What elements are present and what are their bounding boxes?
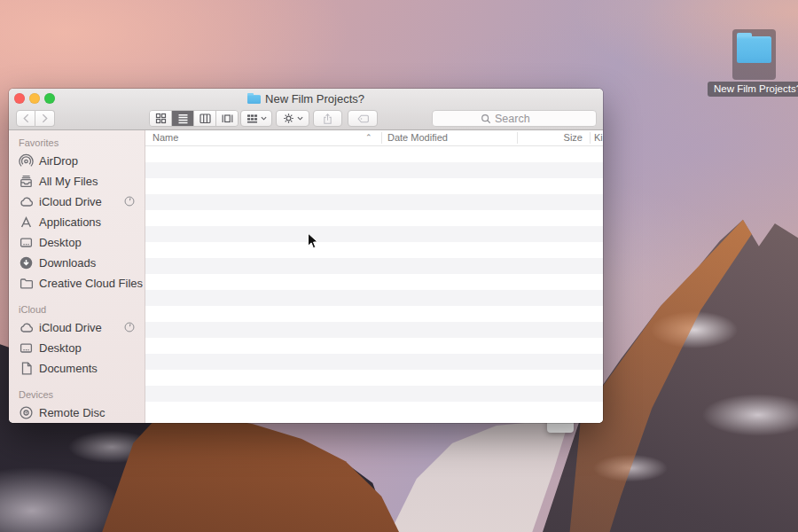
list-row — [145, 290, 603, 306]
list-row — [145, 322, 603, 338]
documents-icon — [19, 361, 34, 376]
sidebar-item-all-my-files[interactable]: All My Files — [9, 171, 145, 192]
search-icon — [481, 113, 491, 124]
sidebar-item-icloud-drive[interactable]: iCloud Drive — [9, 192, 145, 212]
view-list-button[interactable] — [172, 111, 194, 126]
view-mode-segmented-control — [149, 110, 239, 127]
sidebar-section-favorites: FavoritesAirDropAll My FilesiCloud Drive… — [9, 133, 145, 293]
sidebar-item-label: Desktop — [39, 341, 82, 355]
list-row — [145, 226, 603, 242]
sidebar-section-title: iCloud — [9, 293, 145, 317]
sidebar-item-label: Documents — [39, 362, 98, 375]
sidebar-section-icloud: iCloudiCloud DriveDesktopDocuments — [9, 293, 145, 379]
back-button[interactable] — [16, 110, 35, 127]
airdrop-icon — [19, 153, 34, 168]
list-column-header: Name⌃Date ModifiedSizeKind — [145, 130, 603, 146]
remote-disc-icon — [19, 405, 34, 420]
sidebar-item-label: Remote Disc — [39, 406, 105, 419]
window-chrome[interactable]: New Film Projects? — [9, 89, 603, 130]
column-header-size[interactable]: Size — [517, 130, 583, 145]
list-row — [145, 146, 603, 162]
sidebar-item-remote-disc[interactable]: Remote Disc — [9, 403, 145, 423]
close-button[interactable] — [14, 93, 25, 104]
search-field[interactable] — [432, 110, 597, 127]
applications-icon — [19, 215, 34, 230]
desktop-icon — [19, 235, 34, 250]
desktop-folder-label[interactable]: New Film Projects? — [708, 82, 798, 97]
minimize-button[interactable] — [29, 93, 40, 104]
share-button[interactable] — [313, 110, 342, 127]
column-separator[interactable] — [517, 132, 518, 144]
sidebar-item-applications[interactable]: Applications — [9, 212, 145, 232]
titlebar[interactable]: New Film Projects? — [9, 89, 603, 108]
action-gear-button[interactable] — [276, 110, 309, 127]
all-my-files-icon — [19, 174, 34, 189]
list-row — [145, 162, 603, 178]
zoom-button[interactable] — [44, 93, 55, 104]
share-icon — [322, 113, 333, 125]
list-row — [145, 194, 603, 210]
window-title: New Film Projects? — [265, 92, 364, 106]
chevron-right-icon — [43, 114, 46, 122]
toolbar — [9, 108, 603, 129]
list-row — [145, 274, 603, 290]
column-header-kind[interactable]: Kind — [594, 130, 603, 145]
list-row — [145, 242, 603, 258]
finder-window[interactable]: New Film Projects? — [9, 89, 603, 423]
sidebar-item-creative-cloud-files[interactable]: Creative Cloud Files — [9, 273, 145, 293]
list-row — [145, 354, 603, 370]
list-rows — [145, 146, 603, 423]
desktop-folder-selection[interactable] — [732, 29, 776, 80]
arrange-grid-icon — [246, 113, 258, 124]
tags-button[interactable] — [348, 110, 378, 127]
sidebar-section-title: Devices — [9, 379, 145, 403]
list-row — [145, 370, 603, 386]
view-icon-button[interactable] — [150, 111, 172, 126]
sidebar-section-devices: DevicesRemote Disc — [9, 379, 145, 423]
folder-icon — [19, 276, 34, 291]
sidebar-item-downloads[interactable]: Downloads — [9, 253, 145, 273]
desktop-icon — [19, 340, 34, 356]
sidebar-item-label: Creative Cloud Files — [39, 277, 143, 290]
list-row — [145, 306, 603, 322]
sidebar-section-title: Favorites — [9, 133, 145, 151]
sidebar-item-desktop[interactable]: Desktop — [9, 232, 145, 253]
forward-button[interactable] — [35, 110, 55, 127]
list-row — [145, 258, 603, 274]
list-row — [145, 338, 603, 354]
sidebar-item-label: All My Files — [39, 175, 98, 188]
sync-progress-icon — [123, 321, 136, 333]
list-row — [145, 178, 603, 194]
view-column-button[interactable] — [194, 111, 216, 126]
nav-buttons — [16, 110, 55, 127]
sidebar-item-desktop[interactable]: Desktop — [9, 338, 145, 358]
chevron-down-icon — [261, 116, 267, 121]
sidebar-item-documents[interactable]: Documents — [9, 358, 145, 379]
sidebar-item-airdrop[interactable]: AirDrop — [9, 151, 145, 171]
icloud-drive-icon — [19, 194, 34, 209]
sidebar-item-label: Downloads — [39, 256, 96, 270]
column-header-name[interactable]: Name — [153, 130, 374, 145]
arrange-button[interactable] — [240, 110, 272, 127]
folder-icon[interactable] — [737, 33, 771, 63]
sidebar-item-label: iCloud Drive — [39, 321, 102, 334]
column-header-date-modified[interactable]: Date Modified — [387, 130, 512, 145]
sidebar-item-label: iCloud Drive — [39, 195, 102, 208]
tag-icon — [356, 113, 370, 124]
column-separator[interactable] — [590, 132, 591, 144]
column-separator[interactable] — [381, 132, 382, 144]
sidebar-item-label: Applications — [39, 215, 101, 229]
chevron-left-icon — [24, 114, 27, 122]
search-input[interactable] — [495, 113, 548, 125]
list-row — [145, 210, 603, 226]
file-list-area[interactable]: Name⌃Date ModifiedSizeKind — [145, 130, 603, 423]
sync-progress-icon — [123, 195, 136, 207]
sidebar-item-label: AirDrop — [39, 154, 78, 168]
icloud-drive-icon — [19, 320, 34, 335]
desktop[interactable]: New Film Projects? New Film Projects? — [0, 0, 798, 532]
view-coverflow-button[interactable] — [216, 111, 238, 126]
list-row — [145, 386, 603, 402]
sidebar-item-icloud-drive[interactable]: iCloud Drive — [9, 317, 145, 338]
chevron-down-icon — [297, 116, 303, 121]
sidebar-item-label: Desktop — [39, 236, 82, 249]
